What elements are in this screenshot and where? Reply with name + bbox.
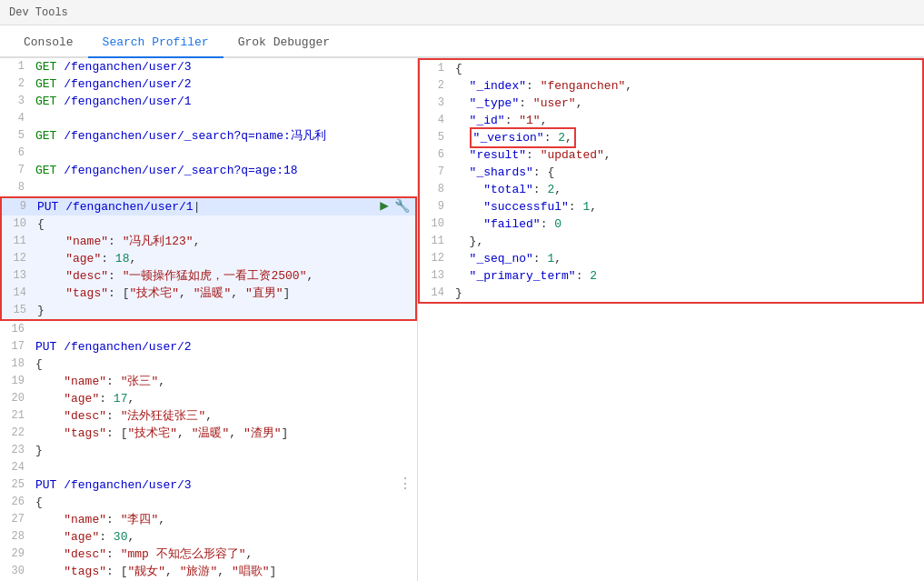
code-line: 23 } xyxy=(0,442,417,459)
code-line: 18 { xyxy=(0,356,417,373)
r-code-line: 12 "_seq_no": 1, xyxy=(420,250,922,267)
response-block: 1 { 2 "_index": "fenganchen", 3 "_type":… xyxy=(418,58,924,304)
code-line: 11 "name": "冯凡利123", xyxy=(2,233,415,250)
r-code-line: 10 "failed": 0 xyxy=(420,215,922,233)
left-panel[interactable]: 1 GET /fenganchen/user/3 2 GET /fenganch… xyxy=(0,58,418,581)
r-code-line: 9 "successful": 1, xyxy=(420,198,922,215)
code-line: 3 GET /fenganchen/user/1 xyxy=(0,93,417,110)
code-line: 26 { xyxy=(0,494,417,511)
code-line: 2 GET /fenganchen/user/2 xyxy=(0,75,417,93)
code-line: 19 "name": "张三", xyxy=(0,373,417,390)
code-line: 24 xyxy=(0,459,417,476)
code-line: 22 "tags": ["技术宅", "温暖", "渣男"] xyxy=(0,425,417,442)
code-line: 27 "name": "李四", xyxy=(0,511,417,528)
r-code-line: 11 }, xyxy=(420,233,922,250)
r-code-line: 14 } xyxy=(420,285,922,302)
r-code-line: 3 "_type": "user", xyxy=(420,95,922,112)
code-line: 8 xyxy=(0,179,417,196)
run-icon[interactable]: ▶ xyxy=(380,198,389,215)
code-line: 29 "desc": "mmp 不知怎么形容了", xyxy=(0,546,417,563)
app-title: Dev Tools xyxy=(9,6,68,19)
code-line: 5 GET /fenganchen/user/_search?q=name:冯凡… xyxy=(0,127,417,145)
r-code-line: 6 "result": "updated", xyxy=(420,146,922,164)
tab-bar: Console Search Profiler Grok Debugger xyxy=(0,25,924,58)
selected-block: 9 PUT /fenganchen/user/1 ▶ 🔧 10 { 11 "na… xyxy=(0,196,417,321)
code-line: 21 "desc": "法外狂徒张三", xyxy=(0,407,417,425)
code-line: 25 PUT /fenganchen/user/3 ⋮ xyxy=(0,476,417,494)
r-code-line: 7 "_shards": { xyxy=(420,164,922,181)
code-line: 17 PUT /fenganchen/user/2 xyxy=(0,338,417,356)
code-line: 16 xyxy=(0,321,417,338)
code-line: 10 { xyxy=(2,215,415,233)
code-line: 20 "age": 17, xyxy=(0,390,417,407)
r-code-line: 2 "_index": "fenganchen", xyxy=(420,77,922,95)
code-line: 13 "desc": "一顿操作猛如虎，一看工资2500", xyxy=(2,267,415,285)
r-code-line-version: 5 "_version": 2, xyxy=(420,129,922,146)
code-line: 15 } xyxy=(2,302,415,319)
code-line: 12 "age": 18, xyxy=(2,250,415,267)
r-code-line: 8 "total": 2, xyxy=(420,181,922,198)
code-line: 1 GET /fenganchen/user/3 xyxy=(0,58,417,75)
code-line: 14 "tags": ["技术宅", "温暖", "直男"] xyxy=(2,285,415,302)
tab-console[interactable]: Console xyxy=(9,28,88,58)
code-line: 4 xyxy=(0,110,417,127)
tab-search-profiler[interactable]: Search Profiler xyxy=(88,28,224,58)
dots-icon[interactable]: ⋮ xyxy=(398,476,412,494)
r-code-line: 1 { xyxy=(420,60,922,77)
code-line: 6 xyxy=(0,145,417,162)
tab-grok-debugger[interactable]: Grok Debugger xyxy=(224,28,344,58)
wrench-icon[interactable]: 🔧 xyxy=(394,198,410,215)
title-bar: Dev Tools xyxy=(0,0,924,25)
code-line: 30 "tags": ["靓女", "旅游", "唱歌"] xyxy=(0,563,417,580)
code-line-9: 9 PUT /fenganchen/user/1 ▶ 🔧 xyxy=(2,198,415,215)
main-content: 1 GET /fenganchen/user/3 2 GET /fenganch… xyxy=(0,58,924,581)
code-line: 7 GET /fenganchen/user/_search?q=age:18 xyxy=(0,162,417,179)
r-code-line: 13 "_primary_term": 2 xyxy=(420,267,922,285)
code-line: 28 "age": 30, xyxy=(0,528,417,546)
right-panel: 1 { 2 "_index": "fenganchen", 3 "_type":… xyxy=(418,58,924,581)
